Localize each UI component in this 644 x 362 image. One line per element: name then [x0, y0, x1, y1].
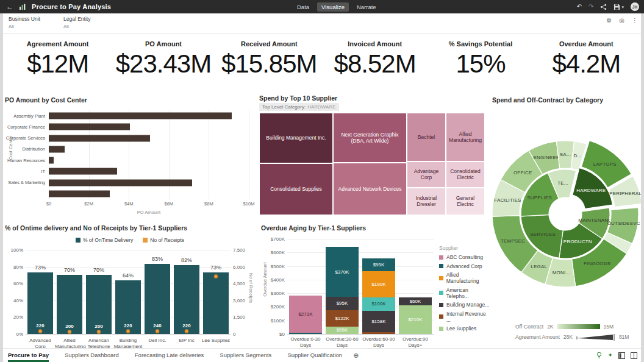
- bar-segment[interactable]: [289, 333, 322, 334]
- treemap-cell[interactable]: Building Management Inc.: [259, 113, 333, 163]
- bar-segment[interactable]: $271K: [289, 296, 322, 332]
- legend-item[interactable]: Internal Revenue ...: [439, 311, 491, 323]
- bar-segment[interactable]: $370K: [326, 247, 359, 297]
- insights-icon[interactable]: ◎: [619, 18, 624, 24]
- legend-item[interactable]: Advanced Corp: [439, 263, 491, 269]
- settings-icon[interactable]: ⚙: [606, 18, 612, 24]
- receipts-dot[interactable]: [126, 329, 131, 333]
- more-icon[interactable]: ⋮: [632, 18, 638, 24]
- treemap-cell[interactable]: Advanced Network Devices: [333, 163, 407, 215]
- add-page-icon[interactable]: ⊕: [353, 352, 359, 360]
- tick-label: $200K: [271, 304, 285, 310]
- tick-label: 0: [233, 332, 235, 337]
- bar-segment[interactable]: $60K: [399, 297, 432, 305]
- ontime-bar[interactable]: [203, 272, 229, 334]
- treemap-cell[interactable]: Industrial Dressler: [407, 188, 446, 215]
- bar[interactable]: [49, 113, 232, 119]
- bar[interactable]: [49, 135, 150, 141]
- bar[interactable]: [49, 179, 192, 186]
- receipts-dot[interactable]: [68, 330, 72, 334]
- filter-legal-entity[interactable]: Legal EntityAll: [63, 16, 90, 29]
- legend-item[interactable]: Lee Supplies: [439, 325, 491, 332]
- legend-swatch: [143, 238, 148, 243]
- kpi-tile[interactable]: Invoiced Amount$8.52M: [322, 34, 428, 93]
- bar-segment[interactable]: $210K: [399, 305, 432, 334]
- x-axis-ticks: $0$2M$4M$6M$8M$10M: [49, 201, 249, 207]
- receipts-dot[interactable]: [213, 274, 218, 279]
- treemap-cell[interactable]: General Electric: [446, 188, 485, 215]
- left-panel-icon[interactable]: [618, 352, 625, 359]
- gridline: [287, 266, 434, 267]
- bar[interactable]: [49, 146, 65, 152]
- insight-bulb-icon[interactable]: [596, 352, 603, 359]
- bar-segment[interactable]: $122K: [326, 310, 359, 327]
- kpi-value: $8.52M: [322, 49, 428, 79]
- treemap-cell[interactable]: Consolidated Electric: [446, 161, 485, 188]
- legend-item[interactable]: % of OnTime Delivery: [76, 237, 133, 243]
- bar-track: [49, 144, 249, 155]
- receipts-dot[interactable]: [185, 329, 189, 333]
- receipts-dot[interactable]: [156, 329, 160, 333]
- legend-max: 81M: [619, 334, 629, 340]
- legend-item[interactable]: Building Manage...: [439, 302, 491, 308]
- slice-label: OFFICE: [513, 170, 532, 176]
- bar-segment[interactable]: $95K: [362, 258, 395, 271]
- top-bar: ← Procure to Pay Analysis DataVisualizeN…: [0, 0, 644, 13]
- avatar[interactable]: JH: [631, 2, 639, 11]
- page-tab-suppliers-dashboard[interactable]: Suppliers Dashboard: [65, 349, 119, 362]
- redo-icon[interactable]: ↷: [589, 4, 593, 10]
- page-tab-forecasting-late-deliveries[interactable]: Forecasting Late deliveries: [135, 349, 204, 362]
- treemap-cells: Building Management Inc.Consolidated Sup…: [259, 113, 485, 215]
- bar[interactable]: [49, 157, 54, 164]
- bar[interactable]: [49, 124, 130, 130]
- page-tab-procure-to-pay[interactable]: Procure to Pay: [8, 349, 49, 362]
- page-tab-supplier-qualification[interactable]: Supplier Qualification: [287, 349, 342, 362]
- back-button[interactable]: ←: [6, 2, 13, 11]
- gridline: [287, 334, 434, 335]
- undo-icon[interactable]: ↶: [577, 4, 582, 10]
- tick-label: $10M: [243, 201, 255, 207]
- page-tab-suppliers-segments[interactable]: Suppliers Segments: [220, 349, 271, 362]
- tick-label: $6M: [165, 201, 174, 207]
- kpi-tile[interactable]: % Savings Potential15%: [428, 34, 533, 93]
- legend-item[interactable]: American Telepho...: [439, 287, 491, 299]
- treemap-cell[interactable]: Allied Manufacturing: [446, 113, 485, 161]
- kpi-tile[interactable]: Received Amount$15.85M: [216, 34, 322, 93]
- treemap-cell[interactable]: Consolidated Supplies: [259, 163, 333, 215]
- sparkle-icon[interactable]: ✦: [608, 352, 613, 358]
- bar-segment[interactable]: [362, 332, 395, 334]
- category-filter-chip[interactable]: Top Level Category:HARDWARE: [259, 103, 339, 111]
- bar-segment[interactable]: $55K: [326, 327, 359, 334]
- tab-narrate[interactable]: Narrate: [352, 2, 381, 12]
- slice-label: SA...: [560, 152, 571, 157]
- legend-item[interactable]: No of Receipts: [143, 237, 184, 243]
- color-gradient-bar: [557, 324, 600, 329]
- treemap-cell[interactable]: Advantage Corp: [407, 161, 446, 188]
- split-panel-icon[interactable]: [631, 352, 637, 359]
- bar-segment[interactable]: $158K: [362, 311, 395, 332]
- legend-item[interactable]: ABC Consulting: [439, 254, 491, 260]
- kpi-tile[interactable]: Overdue Amount$4.2M: [534, 34, 639, 93]
- bar-segment[interactable]: $100K: [362, 297, 395, 311]
- bar[interactable]: [49, 168, 117, 175]
- tab-visualize[interactable]: Visualize: [317, 2, 349, 12]
- supplier-treemap: Spend by Top 10 Supplier Top Level Categ…: [259, 94, 485, 219]
- bar-row: Human Resources: [5, 155, 249, 166]
- tab-data[interactable]: Data: [293, 2, 313, 12]
- kpi-tile[interactable]: Agreement Amount$12M: [5, 34, 110, 93]
- bar-row: IT: [5, 166, 249, 177]
- legend-item[interactable]: Allied Manufacturing: [439, 272, 491, 284]
- receipts-dot[interactable]: [97, 330, 101, 334]
- bar-segment[interactable]: $95K: [326, 297, 359, 310]
- bar[interactable]: [49, 190, 110, 197]
- save-icon[interactable]: ▾: [614, 4, 624, 10]
- receipts-dot[interactable]: [38, 329, 43, 333]
- bar-segment[interactable]: $190K: [362, 271, 395, 297]
- filter-business-unit[interactable]: Business UnitAll: [9, 16, 40, 29]
- treemap-cell[interactable]: Next Generation Graphix (DBA, Art Wilde): [333, 113, 407, 163]
- right-axis-title: No of Receipts: [248, 267, 254, 310]
- legend-label: Internal Revenue ...: [446, 311, 491, 323]
- treemap-cell[interactable]: Bechtel: [407, 113, 446, 161]
- kpi-tile[interactable]: PO Amount$23.43M: [110, 34, 216, 93]
- share-icon[interactable]: [600, 4, 607, 10]
